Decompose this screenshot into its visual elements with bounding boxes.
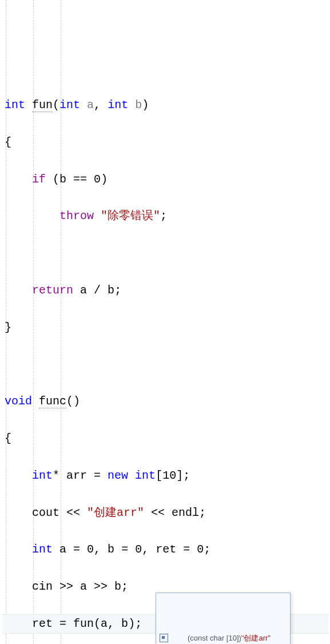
string-literal: "除零错误" [101, 209, 160, 222]
param-a: a [87, 98, 94, 112]
var-a: a [80, 284, 87, 297]
var-arr: arr [66, 469, 87, 482]
code-line [2, 244, 329, 263]
var-b: b [108, 543, 114, 556]
num-zero: 0 [94, 173, 101, 186]
code-line: int fun(int a, int b) [2, 96, 329, 114]
code-line: { [2, 430, 329, 448]
tooltip-type-text: (const char [10]) [188, 634, 241, 642]
code-editor: int fun(int a, int b) { if (b == 0) thro… [0, 0, 330, 644]
keyword-new: new [108, 469, 128, 482]
tooltip-type-icon [160, 634, 168, 642]
code-line: } [2, 319, 329, 337]
keyword-int: int [59, 98, 80, 112]
param-b: b [135, 98, 142, 112]
op-eq: == [73, 173, 87, 186]
function-name: fun [32, 98, 53, 112]
var-a: a [59, 543, 66, 556]
var-ret: ret [156, 543, 176, 556]
var-a: a [80, 580, 87, 593]
code-line: void func() [2, 392, 329, 411]
keyword-throw: throw [59, 209, 94, 222]
arg-a: a [101, 617, 108, 630]
keyword-return: return [32, 284, 73, 297]
function-name: func [39, 395, 66, 408]
tooltip-string-text: "创建arr" [241, 634, 271, 642]
code-line: if (b == 0) [2, 170, 329, 189]
code-line: cout << "创建arr" << endl; [2, 504, 329, 522]
keyword-int: int [108, 98, 128, 112]
keyword-int: int [32, 543, 53, 556]
code-line: return a / b; [2, 281, 329, 300]
keyword-if: if [32, 173, 46, 186]
code-line: throw "除零错误"; [2, 207, 329, 225]
code-line: { [2, 133, 329, 152]
num-zero: 0 [197, 543, 204, 556]
endl: endl [172, 506, 199, 519]
keyword-void: void [5, 395, 32, 408]
op-div: / [94, 284, 101, 297]
call-fun: fun [73, 617, 94, 630]
keyword-int: int [135, 469, 156, 482]
var-b: b [108, 284, 114, 297]
var-b: b [59, 173, 66, 186]
string-literal: "创建arr" [87, 506, 144, 519]
var-b: b [114, 580, 121, 593]
keyword-int: int [32, 469, 53, 482]
var-ret: ret [32, 617, 53, 630]
intellisense-tooltip[interactable]: (const char [10])"创建arr" 联机搜索 [156, 593, 291, 644]
code-line [2, 355, 329, 373]
code-line: int* arr = new int[10]; [2, 467, 329, 485]
cin: cin [32, 580, 53, 593]
code-line: int a = 0, b = 0, ret = 0; [2, 540, 329, 559]
num-ten: 10 [162, 469, 176, 482]
keyword-int: int [5, 98, 25, 112]
arg-b: b [121, 617, 128, 630]
cout: cout [32, 506, 59, 519]
num-zero: 0 [87, 543, 94, 556]
num-zero: 0 [135, 543, 142, 556]
